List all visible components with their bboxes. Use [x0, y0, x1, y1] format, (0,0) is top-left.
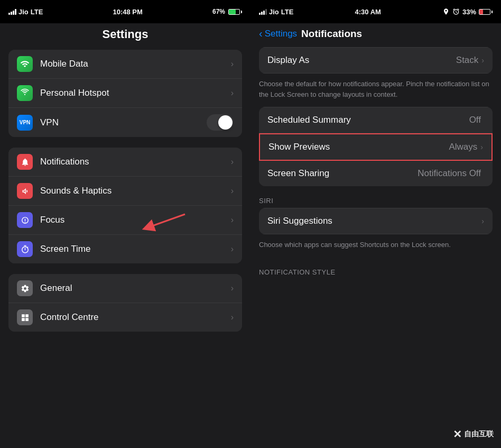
- show-previews-value: Always: [449, 142, 477, 152]
- watermark-symbol: ✕: [453, 428, 462, 441]
- scheduled-summary-value: Off: [469, 115, 481, 125]
- display-as-value: Stack: [456, 55, 479, 66]
- notifications-chevron: ›: [231, 157, 234, 167]
- display-as-description: Choose the default for how notifications…: [251, 74, 501, 107]
- vpn-toggle[interactable]: [207, 114, 234, 131]
- display-as-section: Display As Stack ›: [251, 47, 501, 74]
- siri-section-header: SIRI: [251, 186, 501, 208]
- display-as-item[interactable]: Display As Stack ›: [259, 47, 493, 74]
- hotspot-chevron: ›: [231, 88, 234, 98]
- show-previews-item[interactable]: Show Previews Always ›: [259, 133, 493, 161]
- notifications-options-section: Scheduled Summary Off Show Previews Alwa…: [251, 107, 501, 186]
- control-centre-chevron: ›: [231, 313, 234, 322]
- left-panel: Jio LTE 10:48 PM 67% Settings: [0, 0, 251, 448]
- notifications-options-group: Scheduled Summary Off Show Previews Alwa…: [259, 107, 493, 186]
- scheduled-summary-item[interactable]: Scheduled Summary Off: [259, 107, 493, 133]
- notifications-label: Notifications: [40, 157, 231, 167]
- show-previews-label: Show Previews: [268, 142, 449, 152]
- nav-title: Notifications: [301, 28, 362, 40]
- sounds-label: Sounds & Haptics: [40, 186, 231, 196]
- connectivity-group: Mobile Data › Personal Hotspot › VPN: [8, 50, 242, 137]
- back-button[interactable]: ‹ Settings: [259, 28, 297, 40]
- screen-time-chevron: ›: [231, 244, 234, 254]
- siri-description: Choose which apps can suggest Shortcuts …: [251, 234, 501, 258]
- sounds-icon: [17, 183, 33, 199]
- notifications-icon: [17, 154, 33, 170]
- group-connectivity: Mobile Data › Personal Hotspot › VPN: [0, 50, 251, 137]
- watermark-text: 自由互联: [464, 429, 494, 439]
- screen-time-label: Screen Time: [40, 244, 231, 254]
- focus-label: Focus: [40, 215, 231, 225]
- back-chevron-icon: ‹: [259, 28, 263, 40]
- status-bar-left: Jio LTE 10:48 PM 67%: [0, 0, 251, 23]
- location-icon: [442, 8, 450, 15]
- sounds-chevron: ›: [231, 186, 234, 196]
- siri-group: Siri Suggestions ›: [259, 208, 493, 234]
- mobile-data-chevron: ›: [231, 59, 234, 69]
- time-left: 10:48 PM: [113, 8, 142, 16]
- screen-time-item[interactable]: Screen Time ›: [8, 235, 242, 263]
- nav-bar: ‹ Settings Notifications: [251, 23, 501, 45]
- alarm-icon: [452, 8, 460, 15]
- siri-suggestions-chevron: ›: [481, 217, 484, 225]
- focus-chevron: ›: [231, 215, 234, 225]
- control-centre-item[interactable]: Control Centre ›: [8, 303, 242, 332]
- scheduled-summary-label: Scheduled Summary: [267, 115, 469, 125]
- general-label: General: [40, 283, 231, 294]
- group-misc: General › Control Centre ›: [0, 274, 251, 332]
- indicators-left: 67%: [212, 8, 242, 15]
- carrier-name-right: Jio: [269, 8, 279, 16]
- carrier-right: Jio LTE: [259, 8, 293, 16]
- indicators-right: 33%: [442, 8, 493, 16]
- control-centre-icon: [17, 309, 33, 325]
- network-type-left: LTE: [31, 8, 43, 16]
- sounds-item[interactable]: Sounds & Haptics ›: [8, 177, 242, 206]
- screen-time-icon: [17, 241, 33, 257]
- settings-list: Mobile Data › Personal Hotspot › VPN: [0, 48, 251, 448]
- general-chevron: ›: [231, 284, 234, 293]
- vpn-icon: VPN: [17, 115, 33, 131]
- general-item[interactable]: General ›: [8, 274, 242, 303]
- siri-suggestions-label: Siri Suggestions: [267, 216, 481, 226]
- display-as-chevron: ›: [481, 56, 484, 65]
- battery-pct-right: 33%: [462, 8, 476, 16]
- time-right: 4:30 AM: [355, 8, 381, 16]
- vpn-item[interactable]: VPN VPN: [8, 108, 242, 137]
- battery-icon-right: [479, 9, 493, 15]
- hotspot-label: Personal Hotspot: [40, 88, 231, 98]
- siri-suggestions-item[interactable]: Siri Suggestions ›: [259, 208, 493, 234]
- group-system: Notifications › Sounds & Haptics ›: [0, 148, 251, 263]
- control-centre-label: Control Centre: [40, 312, 231, 323]
- carrier-name-left: Jio: [18, 8, 29, 16]
- screen-sharing-item[interactable]: Screen Sharing Notifications Off: [259, 161, 493, 186]
- signal-icon-right: [259, 8, 267, 15]
- watermark: ✕ 自由互联: [453, 428, 494, 441]
- notification-style-header: NOTIFICATION STYLE: [251, 258, 501, 279]
- general-icon: [17, 280, 33, 296]
- mobile-data-item[interactable]: Mobile Data ›: [8, 50, 242, 79]
- signal-icon: [8, 8, 16, 15]
- status-bar-right: Jio LTE 4:30 AM 33%: [251, 0, 501, 23]
- focus-item[interactable]: Focus ›: [8, 206, 242, 235]
- hotspot-icon: [17, 85, 33, 101]
- system-group: Notifications › Sounds & Haptics ›: [8, 148, 242, 263]
- mobile-data-label: Mobile Data: [40, 59, 231, 69]
- display-as-label: Display As: [267, 55, 456, 66]
- vpn-label: VPN: [40, 117, 207, 128]
- network-type-right: LTE: [281, 8, 294, 16]
- battery-icon-left: [228, 9, 242, 15]
- settings-title: Settings: [8, 28, 242, 41]
- battery-pct-left: 67%: [212, 8, 225, 15]
- screen-sharing-label: Screen Sharing: [267, 168, 418, 179]
- hotspot-item[interactable]: Personal Hotspot ›: [8, 79, 242, 108]
- screen-sharing-value: Notifications Off: [418, 168, 481, 179]
- right-panel: Jio LTE 4:30 AM 33% ‹ Settings Notificat…: [251, 0, 501, 448]
- back-label: Settings: [265, 29, 297, 39]
- misc-group: General › Control Centre ›: [8, 274, 242, 332]
- display-as-group: Display As Stack ›: [259, 47, 493, 74]
- notifications-content: Display As Stack › Choose the default fo…: [251, 45, 501, 448]
- notifications-item[interactable]: Notifications ›: [8, 148, 242, 177]
- siri-section: Siri Suggestions ›: [251, 208, 501, 234]
- focus-icon: [17, 212, 33, 228]
- carrier-left: Jio LTE: [8, 8, 43, 16]
